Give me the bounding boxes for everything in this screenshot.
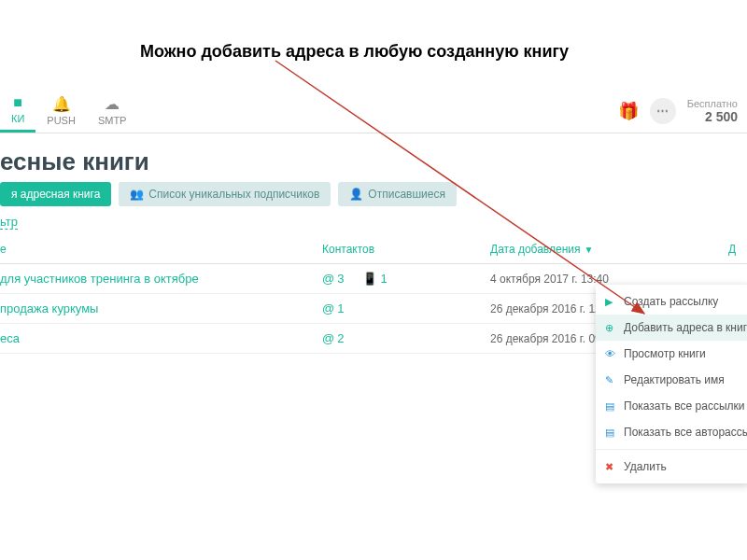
menu-label: Редактировать имя (624, 373, 725, 386)
menu-add-addresses[interactable]: ⊕ Добавить адреса в книгу (596, 315, 747, 341)
nav-tab-label: PUSH (47, 115, 76, 126)
bell-icon: 🔔 (52, 95, 71, 113)
people-icon: 👥 (130, 188, 144, 201)
person-x-icon: 👤 (349, 188, 363, 201)
menu-label: Показать все авторассылки п (624, 426, 747, 439)
menu-label: Показать все рассылки по кн (624, 399, 747, 413)
email-count: @ 3 (322, 272, 344, 286)
nav-tab-label: SMTP (98, 115, 127, 126)
context-menu: ▶ Создать рассылку ⊕ Добавить адреса в к… (596, 285, 747, 483)
th-contacts[interactable]: Контактов (322, 243, 490, 256)
at-icon: @ (322, 301, 334, 315)
annotation-heading: Можно добавить адреса в любую созданную … (140, 42, 569, 62)
x-icon: ✖ (605, 461, 616, 473)
menu-show-auto[interactable]: ▤ Показать все авторассылки п (596, 419, 747, 445)
book-name-link[interactable]: для участников тренинга в октябре (0, 272, 322, 286)
topbar-right: 🎁 ⋯ Бесплатно 2 500 (618, 98, 747, 124)
play-icon: ▶ (605, 296, 616, 308)
phone-count: 📱 1 (362, 272, 387, 286)
contacts-cell: @ 1 (322, 301, 490, 315)
table-header: е Контактов Дата добавления ▼ Д (0, 235, 747, 264)
menu-view-book[interactable]: 👁 Просмотр книги (596, 341, 747, 367)
date-cell: 4 октября 2017 г. 13:40 (490, 273, 747, 286)
th-date-label: Дата добавления (490, 243, 580, 256)
nav-tab-smtp[interactable]: ☁ SMTP (87, 89, 138, 133)
menu-label: Добавить адреса в книгу (624, 321, 747, 334)
balance-label: Бесплатно (687, 98, 738, 109)
balance-amount: 2 500 (687, 109, 738, 124)
unique-subscribers-button[interactable]: 👥 Список уникальных подписчиков (119, 182, 331, 206)
menu-separator (596, 449, 747, 450)
more-menu-button[interactable]: ⋯ (650, 98, 676, 124)
button-label: Список уникальных подписчиков (148, 188, 319, 201)
nav-tab-label: КИ (11, 113, 24, 124)
email-count: @ 2 (322, 331, 344, 345)
button-label: я адресная книга (11, 188, 100, 201)
contacts-cell: @ 3 📱 1 (322, 272, 490, 286)
menu-show-mailings[interactable]: ▤ Показать все рассылки по кн (596, 393, 747, 419)
at-icon: @ (322, 272, 334, 286)
button-label: Отписавшиеся (368, 188, 445, 201)
unsubscribed-button[interactable]: 👤 Отписавшиеся (338, 182, 457, 206)
menu-label: Просмотр книги (624, 347, 706, 360)
cloud-icon: ☁ (105, 95, 120, 113)
th-actions: Д (728, 243, 747, 256)
nav-tab-push[interactable]: 🔔 PUSH (35, 89, 87, 133)
new-address-book-button[interactable]: я адресная книга (0, 182, 111, 206)
action-buttons: я адресная книга 👥 Список уникальных под… (0, 182, 457, 206)
nav-tab-books[interactable]: ■ КИ (0, 89, 35, 133)
filter-link[interactable]: ьтр (0, 215, 18, 230)
sort-desc-icon: ▼ (584, 245, 593, 255)
balance-display: Бесплатно 2 500 (687, 98, 738, 124)
menu-create-mailing[interactable]: ▶ Создать рассылку (596, 288, 747, 315)
th-date[interactable]: Дата добавления ▼ (490, 243, 728, 256)
menu-delete[interactable]: ✖ Удалить (596, 454, 747, 480)
page-title: есные книги (0, 147, 149, 176)
nav-tabs: ■ КИ 🔔 PUSH ☁ SMTP (0, 89, 137, 133)
plus-circle-icon: ⊕ (605, 322, 616, 334)
menu-label: Удалить (624, 460, 667, 473)
list-icon: ▤ (605, 427, 616, 439)
menu-edit-name[interactable]: ✎ Редактировать имя (596, 367, 747, 393)
th-name[interactable]: е (0, 243, 322, 256)
top-nav: ■ КИ 🔔 PUSH ☁ SMTP 🎁 ⋯ Бесплатно 2 500 (0, 89, 747, 133)
at-icon: @ (322, 331, 334, 345)
book-name-link[interactable]: продажа куркумы (0, 301, 322, 315)
menu-label: Создать рассылку (624, 295, 718, 308)
contacts-cell: @ 2 (322, 331, 490, 345)
phone-icon: 📱 (362, 272, 377, 286)
gift-icon[interactable]: 🎁 (618, 101, 639, 121)
email-count: @ 1 (322, 301, 344, 315)
eye-icon: 👁 (605, 348, 616, 359)
list-icon: ▤ (605, 400, 616, 413)
books-icon: ■ (13, 94, 22, 111)
book-name-link[interactable]: еса (0, 331, 322, 345)
pencil-icon: ✎ (605, 374, 616, 386)
